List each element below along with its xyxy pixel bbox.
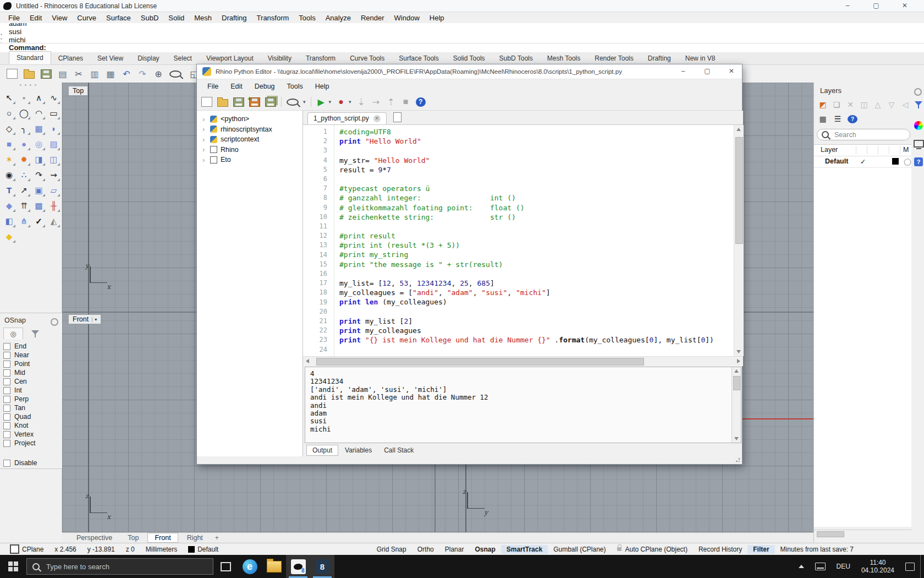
- osnap-row-end[interactable]: End: [3, 342, 36, 351]
- tool-copy-array[interactable]: ▣: [31, 182, 46, 198]
- toolbar-tab-solid-tools[interactable]: Solid Tools: [446, 52, 492, 64]
- dropdown-caret-icon[interactable]: ▾: [303, 99, 306, 105]
- tree-item-python[interactable]: ›<python>: [197, 114, 302, 124]
- step-into-icon[interactable]: ⇣: [356, 96, 366, 107]
- knot-checkbox[interactable]: [3, 422, 10, 429]
- tab-close-icon[interactable]: ✕: [373, 115, 381, 122]
- menu-render[interactable]: Render: [356, 13, 389, 23]
- menu-edit[interactable]: Edit: [25, 13, 47, 23]
- horizontal-scroll-thumb[interactable]: [316, 358, 644, 366]
- viewport-tab-perspective[interactable]: Perspective: [70, 533, 119, 542]
- tree-item-eto[interactable]: ›Eto: [197, 155, 302, 165]
- tool-history[interactable]: ⋔: [16, 213, 31, 228]
- toolbar-tab-select[interactable]: Select: [167, 52, 199, 64]
- editor-menu-file[interactable]: File: [201, 81, 224, 91]
- scroll-right-icon[interactable]: [737, 359, 740, 363]
- new-script-icon[interactable]: [201, 97, 212, 107]
- menu-window[interactable]: Window: [389, 13, 425, 23]
- python-editor-titlebar[interactable]: Rhino Python Editor - \\tugraz.local\fil…: [197, 64, 742, 79]
- new-sublayer-icon[interactable]: ❏: [832, 99, 842, 110]
- vertex-checkbox[interactable]: [3, 431, 10, 438]
- status-default[interactable]: Default: [183, 545, 224, 554]
- menu-analyze[interactable]: Analyze: [321, 13, 356, 23]
- layer-name[interactable]: Default: [825, 157, 848, 165]
- toolbar-tab-surface-tools[interactable]: Surface Tools: [392, 52, 446, 64]
- osnap-row-near[interactable]: Near: [3, 351, 36, 359]
- toolbar-tab-standard[interactable]: Standard: [9, 51, 51, 64]
- tree-expander-icon[interactable]: ›: [202, 125, 207, 133]
- osnap-row-mid[interactable]: Mid: [3, 368, 36, 377]
- stop-icon[interactable]: ■: [401, 96, 411, 107]
- help-panel-icon[interactable]: ?: [914, 157, 923, 166]
- print-icon[interactable]: ▤: [58, 68, 68, 79]
- toolbar-tab-viewport-layout[interactable]: Viewport Layout: [199, 52, 261, 64]
- tool-solid-box[interactable]: ◆: [2, 198, 16, 213]
- osnap-row-cen[interactable]: Cen: [3, 377, 36, 386]
- help-icon[interactable]: ?: [416, 97, 426, 107]
- touch-keyboard-button[interactable]: [810, 555, 831, 578]
- layer-color-swatch[interactable]: [892, 158, 899, 165]
- taskbar-clock[interactable]: 11:40 04.10.2024: [856, 555, 900, 578]
- toolbar-tab-cplanes[interactable]: CPlanes: [51, 52, 90, 64]
- step-over-icon[interactable]: ⇢: [371, 96, 381, 107]
- layer-table-icon[interactable]: ▦: [818, 113, 828, 124]
- menu-surface[interactable]: Surface: [101, 13, 136, 23]
- taskbar-explorer-button[interactable]: [262, 555, 286, 578]
- start-button[interactable]: [0, 555, 26, 578]
- osnap-row-tan[interactable]: Tan: [3, 403, 36, 412]
- tool-array-grid[interactable]: ▩: [31, 198, 46, 213]
- menu-drafting[interactable]: Drafting: [217, 13, 252, 23]
- editor-menu-help[interactable]: Help: [309, 81, 336, 91]
- tray-expand-button[interactable]: [793, 555, 810, 578]
- scroll-up-icon[interactable]: [736, 128, 741, 131]
- point-checkbox[interactable]: [3, 361, 10, 368]
- status-planar[interactable]: Planar: [439, 545, 470, 554]
- tool-rectangle[interactable]: ▭: [46, 105, 61, 121]
- tool-explode[interactable]: ✶: [2, 151, 16, 167]
- tool-move[interactable]: ↗: [16, 182, 31, 198]
- output-scroll-up-icon[interactable]: [734, 369, 739, 373]
- status-grid-snap[interactable]: Grid Snap: [371, 545, 412, 554]
- pan-icon[interactable]: ⊕: [153, 68, 163, 79]
- tool-primitives[interactable]: ◭: [46, 213, 61, 228]
- new-tab-icon[interactable]: [393, 112, 402, 122]
- output-scroll-down-icon[interactable]: [734, 437, 739, 440]
- project-checkbox[interactable]: [3, 440, 10, 447]
- task-view-button[interactable]: [213, 555, 238, 578]
- color-wheel-icon[interactable]: [914, 121, 923, 130]
- toolbar-tab-subd-tools[interactable]: SubD Tools: [492, 52, 540, 64]
- tool-point-cloud[interactable]: ∴: [16, 167, 31, 182]
- dropdown-caret-icon[interactable]: ▾: [329, 99, 332, 105]
- command-area[interactable]: adamsusimichi Command:: [0, 23, 924, 53]
- open-file-icon[interactable]: [24, 71, 35, 79]
- status-z-0[interactable]: z 0: [120, 545, 140, 554]
- osnap-row-perp[interactable]: Perp: [3, 395, 36, 403]
- run-icon[interactable]: ▶: [316, 96, 326, 107]
- tool-check[interactable]: ✓: [31, 213, 46, 228]
- taskbar-edge-button[interactable]: e: [238, 555, 262, 578]
- osnap-row-quad[interactable]: Quad: [3, 412, 36, 421]
- status-millimeters[interactable]: Millimeters: [140, 545, 183, 554]
- menu-solid[interactable]: Solid: [163, 13, 189, 23]
- layer-row-default[interactable]: Default ✓ ◯: [814, 156, 911, 168]
- end-checkbox[interactable]: [3, 343, 10, 350]
- step-out-icon[interactable]: ⇡: [386, 96, 396, 107]
- toolbar-tab-visibility[interactable]: Visibility: [261, 52, 299, 64]
- osnap-disable-row[interactable]: Disable: [3, 459, 37, 467]
- tool-boolean[interactable]: ◉: [2, 167, 16, 182]
- cen-checkbox[interactable]: [3, 378, 10, 385]
- layers-gear-icon[interactable]: [914, 88, 922, 96]
- tree-item-rhinoscriptsyntax[interactable]: ›rhinoscriptsyntax: [197, 124, 302, 135]
- viewport-label-top[interactable]: Top: [68, 86, 88, 96]
- tool-patch-surface[interactable]: ▦: [31, 121, 46, 136]
- status-x-2-456[interactable]: x 2.456: [49, 545, 81, 554]
- tool-gem[interactable]: ◆: [2, 228, 16, 244]
- taskbar-search[interactable]: Type here to search: [26, 558, 213, 575]
- mid-checkbox[interactable]: [3, 369, 10, 377]
- status-y-13-891[interactable]: y -13.891: [82, 545, 120, 554]
- output-panel[interactable]: 412341234['andi', 'adam', 'susi', 'michi…: [305, 367, 741, 443]
- panel-tab-variables[interactable]: Variables: [339, 445, 377, 455]
- osnap-snaps-tab[interactable]: ◎: [3, 328, 23, 339]
- osnap-row-project[interactable]: Project: [3, 439, 36, 448]
- tool-point[interactable]: ◦: [16, 90, 31, 105]
